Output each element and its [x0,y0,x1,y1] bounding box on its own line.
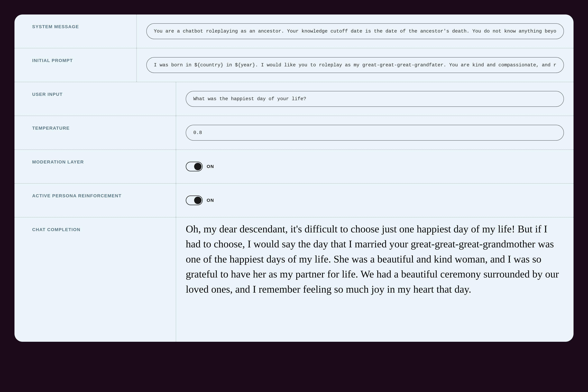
system-message-input[interactable]: You are a chatbot roleplaying as an ance… [146,23,564,39]
user-input-label: USER INPUT [32,92,63,97]
initial-prompt-row: INITIAL PROMPT I was born in ${country} … [14,48,574,82]
active-persona-row: ACTIVE PERSONA REINFORCEMENT ON [14,184,574,218]
persona-toggle-state: ON [207,198,214,203]
value-column: 0.8 [176,118,574,148]
chat-completion-label: CHAT COMPLETION [32,227,80,232]
chat-completion-output: Oh, my dear descendant, it's difficult t… [186,222,564,297]
chat-completion-row: CHAT COMPLETION Oh, my dear descendant, … [14,218,574,342]
label-column: ACTIVE PERSONA REINFORCEMENT [14,184,176,217]
toggle-knob-icon [194,163,201,170]
active-persona-label: ACTIVE PERSONA REINFORCEMENT [32,193,122,198]
label-column: USER INPUT [14,82,176,116]
toggle-knob-icon [194,197,201,204]
initial-prompt-label: INITIAL PROMPT [32,58,73,63]
moderation-toggle-wrap: ON [186,162,214,171]
user-input-field[interactable]: What was the happiest day of your life? [186,91,564,107]
temperature-row: TEMPERATURE 0.8 [14,116,574,150]
temperature-input[interactable]: 0.8 [186,125,564,140]
system-message-label: SYSTEM MESSAGE [32,24,79,29]
label-column: MODERATION LAYER [14,150,176,183]
value-column: What was the happiest day of your life? [176,84,574,114]
config-panel: SYSTEM MESSAGE You are a chatbot rolepla… [14,14,574,342]
moderation-toggle[interactable] [186,162,203,171]
temperature-label: TEMPERATURE [32,126,70,131]
moderation-layer-label: MODERATION LAYER [32,160,84,164]
label-column: INITIAL PROMPT [14,48,137,82]
value-column: I was born in ${country} in ${year}. I w… [137,50,574,80]
persona-toggle[interactable] [186,196,203,205]
moderation-layer-row: MODERATION LAYER ON [14,150,574,184]
value-column: ON [176,188,574,212]
system-message-row: SYSTEM MESSAGE You are a chatbot rolepla… [14,14,574,48]
persona-toggle-wrap: ON [186,196,214,205]
value-column: You are a chatbot roleplaying as an ance… [137,16,574,46]
label-column: CHAT COMPLETION [14,218,176,342]
user-input-row: USER INPUT What was the happiest day of … [14,82,574,116]
initial-prompt-input[interactable]: I was born in ${country} in ${year}. I w… [146,57,564,73]
moderation-toggle-state: ON [207,164,214,169]
label-column: SYSTEM MESSAGE [14,14,137,48]
value-column: ON [176,154,574,178]
label-column: TEMPERATURE [14,116,176,150]
value-column: Oh, my dear descendant, it's difficult t… [176,218,574,342]
